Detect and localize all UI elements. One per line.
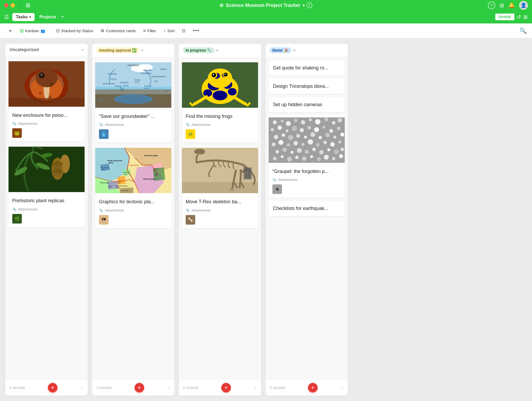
inprogress-chevron[interactable]: ▾ [216, 48, 218, 52]
stacked-label: Stacked by Status [61, 28, 93, 33]
done-expand-icon[interactable]: ⤢ [340, 385, 344, 390]
svg-text:plate: plate [117, 182, 120, 184]
user-avatar[interactable] [519, 1, 528, 10]
svg-point-88 [225, 73, 226, 75]
card-thumb-frog: 🐸 [12, 128, 22, 138]
column-uncategorized: Uncategorized ▾ [5, 44, 88, 396]
card-triceratops[interactable]: Design Triceratops diora... [269, 79, 345, 94]
awaiting-expand-icon[interactable]: ⤢ [167, 385, 170, 390]
done-add-button[interactable]: + [308, 383, 318, 392]
close-button[interactable] [4, 3, 9, 7]
layout-icon[interactable]: ⊞ [523, 14, 528, 20]
sync-icon[interactable]: ↺ [517, 14, 521, 20]
svg-point-153 [297, 148, 302, 153]
window-controls [4, 3, 21, 7]
kanban-view-button[interactable]: ⊞ Kanban 👥 [16, 26, 48, 35]
title-info-icon[interactable]: i [307, 2, 313, 8]
svg-point-129 [337, 127, 340, 130]
svg-text:Arabian: Arabian [153, 168, 158, 170]
attachment-icon-3: 📎 [99, 123, 103, 127]
card-tectonic[interactable]: North American plate Eurasian plate Afri… [95, 146, 171, 228]
card-title-trex: Move T-Rex skeleton ba... [186, 199, 254, 205]
tasks-tab[interactable]: Tasks ▾ [12, 13, 35, 21]
minimize-button[interactable] [11, 3, 15, 7]
svg-point-161 [281, 155, 284, 158]
column-header-uncategorized: Uncategorized ▾ [5, 44, 88, 56]
svg-text:Spring: Spring [123, 85, 128, 87]
share-button[interactable]: SHARE [495, 14, 514, 20]
tasks-dropdown-icon[interactable]: ▾ [29, 15, 31, 19]
card-body-tectonic: Graphics for tectonic pla... 📎 Attachmen… [95, 195, 171, 228]
svg-text:African plate: African plate [143, 178, 155, 180]
done-chevron[interactable]: ▾ [293, 48, 295, 52]
filter-button[interactable]: ≡ Filter [140, 27, 159, 35]
svg-point-122 [286, 129, 289, 132]
stacked-by-status-button[interactable]: ⊡ Stacked by Status [53, 27, 97, 35]
svg-text:Indian: Indian [155, 173, 159, 174]
awaiting-chevron[interactable]: ▾ [141, 48, 143, 52]
inprogress-add-button[interactable]: + [221, 383, 231, 392]
search-button[interactable]: 🔍 [519, 27, 527, 34]
projects-tab[interactable]: Projects [36, 13, 60, 21]
notifications-icon[interactable]: 🔔 [508, 2, 515, 9]
svg-point-80 [208, 68, 232, 88]
card-plants-image [9, 145, 85, 194]
card-body-new-enclosure: New enclosure for poiso... 📎 Attachments… [9, 109, 85, 142]
card-attachments-graupel: 📎 Attachments [272, 178, 341, 182]
sort-icon: ↕ [164, 28, 166, 33]
uncategorized-expand-icon[interactable]: ⤢ [80, 385, 84, 390]
attachments-label-6: Attachments [192, 208, 211, 212]
add-tab-button[interactable]: + [61, 14, 64, 20]
title-dropdown-icon[interactable]: ▾ [303, 3, 305, 7]
filter-label: Filter [147, 28, 156, 33]
sort-button[interactable]: ↕ Sort [160, 27, 178, 35]
card-missing-frogs[interactable]: Find the missing frogs 📎 Attachments 🐸 [182, 60, 258, 143]
svg-text:plate: plate [108, 187, 111, 188]
done-footer: 5 records + ⤢ [265, 379, 348, 396]
uncategorized-add-button[interactable]: + [48, 383, 57, 392]
help-icon[interactable]: ? [488, 2, 495, 9]
card-graupel[interactable]: "Graupel: the forgotten p... 📎 Attachmen… [269, 115, 345, 198]
card-thumb-yellowfrog: 🐸 [186, 129, 195, 139]
title-bar: ⊞ ⊘ Science Museum Project Tracker ▾ i ?… [0, 0, 532, 11]
svg-text:Flora and: Flora and [144, 85, 152, 87]
inprogress-status-badge: In progress 🔧 [183, 47, 214, 53]
hamburger-menu-icon[interactable]: ☰ [4, 14, 9, 20]
card-shaking-ro[interactable]: Get quote for shaking ro... [269, 60, 345, 76]
customize-cards-button[interactable]: ⚙ Customize cards [97, 27, 139, 35]
card-checklists[interactable]: Checklists for earthquak... [269, 201, 345, 216]
uncategorized-records-count: 4 records [10, 386, 25, 390]
svg-point-116 [315, 119, 320, 125]
card-prehistoric-plants[interactable]: Prehistoric plant replicas 📎 Attachments… [9, 145, 85, 227]
card-title-checklists: Checklists for earthquak... [273, 206, 340, 211]
svg-point-168 [332, 157, 335, 160]
svg-point-169 [339, 154, 343, 158]
view-collapse-button[interactable]: ▼ [5, 27, 15, 35]
maximize-button[interactable] [17, 3, 21, 7]
awaiting-add-button[interactable]: + [135, 383, 144, 392]
card-title-triceratops: Design Triceratops diora... [273, 84, 340, 89]
svg-text:Co: Co [165, 90, 168, 92]
apps-grid-icon[interactable]: ⊞ [500, 2, 504, 9]
svg-text:plate: plate [101, 169, 105, 170]
card-trex[interactable]: Move T-Rex skeleton ba... 📎 Attachments … [182, 146, 258, 228]
svg-point-136 [318, 136, 322, 139]
svg-point-124 [300, 128, 304, 132]
card-title-shaking-ro: Get quote for shaking ro... [273, 65, 340, 71]
svg-text:Precipitation: Precipitation [107, 73, 117, 75]
external-link-button[interactable]: ⊡ [179, 27, 189, 35]
card-new-enclosure[interactable]: New enclosure for poiso... 📎 Attachments… [9, 59, 85, 142]
card-save-groundwater[interactable]: Atmosphere Precipitation Fog drip Snowme… [95, 60, 171, 143]
attachments-label-5: Attachments [192, 123, 211, 127]
stacked-icon: ⊡ [56, 28, 60, 33]
card-hidden-cameras[interactable]: Set up hidden cameras [269, 97, 345, 112]
card-body-groundwater: "Save our groundwater" ... 📎 Attachments… [95, 110, 171, 143]
svg-text:Sublimation: Sublimation [143, 69, 152, 71]
uncategorized-chevron[interactable]: ▾ [82, 48, 84, 52]
svg-text:Eurasian plate: Eurasian plate [144, 155, 158, 157]
inprogress-expand-icon[interactable]: ⤢ [253, 385, 257, 390]
svg-point-160 [273, 157, 277, 161]
more-options-button[interactable]: ••• [190, 26, 203, 35]
card-thumb-graupel: ❄ [272, 184, 282, 194]
svg-text:Pacific plate: Pacific plate [100, 182, 109, 184]
